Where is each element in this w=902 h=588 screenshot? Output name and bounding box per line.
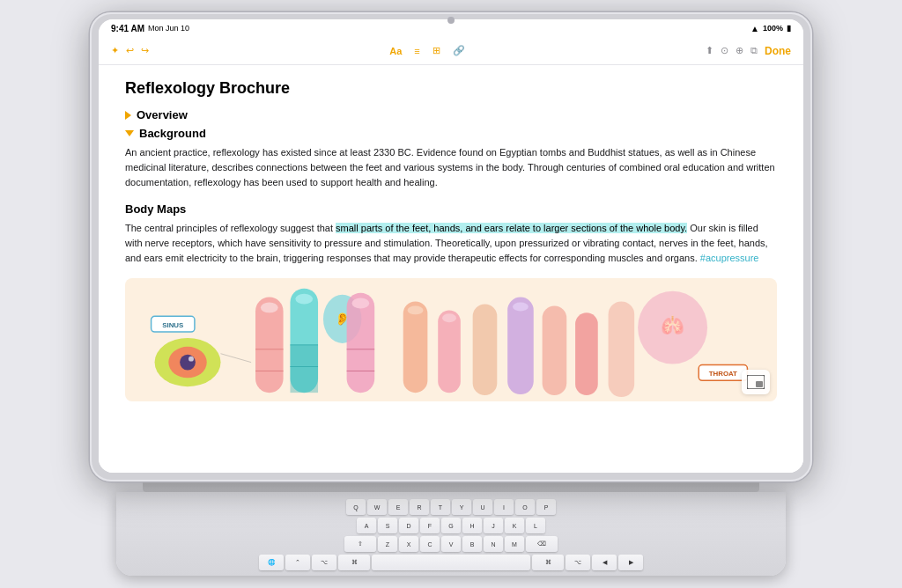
svg-rect-28 [543, 306, 567, 396]
svg-rect-25 [473, 305, 498, 396]
done-button[interactable]: Done [765, 45, 791, 57]
table-icon[interactable]: ⊞ [433, 45, 440, 56]
undo-redo-icon[interactable]: ✦ [111, 45, 119, 56]
section-background-row[interactable]: Background [125, 127, 777, 140]
svg-point-9 [261, 303, 278, 313]
window-icon[interactable]: ⧉ [750, 45, 758, 56]
status-time: 9:41 AM [111, 24, 144, 33]
svg-point-22 [408, 306, 424, 315]
key-cmd-right[interactable]: ⌘ [532, 555, 564, 570]
key-v[interactable]: V [441, 536, 461, 552]
key-shift[interactable]: ⇧ [344, 536, 376, 552]
background-heading: Background [139, 127, 206, 140]
key-z[interactable]: Z [378, 536, 397, 552]
body-maps-text-before: The central principles of reflexology su… [125, 223, 336, 233]
key-t[interactable]: T [431, 499, 450, 515]
attachment-icon[interactable]: 🔗 [453, 45, 465, 56]
key-a[interactable]: A [357, 518, 376, 533]
toolbar-center: Aa ≡ ⊞ 🔗 [389, 45, 464, 56]
svg-point-24 [442, 314, 456, 323]
body-maps-body: The central principles of reflexology su… [125, 221, 777, 266]
svg-point-27 [513, 303, 529, 312]
hand-illustration: SINUS [125, 278, 777, 401]
key-e[interactable]: E [388, 499, 408, 515]
body-maps-heading: Body Maps [125, 202, 777, 216]
key-x[interactable]: X [399, 536, 418, 552]
background-body: An ancient practice, reflexology has exi… [125, 145, 777, 190]
key-l[interactable]: L [526, 518, 545, 533]
svg-text:THROAT: THROAT [709, 371, 737, 379]
key-f[interactable]: F [420, 518, 440, 533]
document-content: Reflexology Brochure Overview Background… [99, 65, 803, 473]
chevron-right-icon [125, 111, 131, 120]
key-m[interactable]: M [505, 536, 524, 552]
key-y[interactable]: Y [452, 499, 471, 515]
chevron-down-icon [125, 130, 134, 136]
key-r[interactable]: R [410, 499, 429, 515]
svg-rect-34 [609, 302, 635, 398]
key-s[interactable]: S [378, 518, 397, 533]
key-option-left[interactable]: ⌥ [312, 555, 336, 570]
toolbar-left: ✦ ↩ ↪ [111, 45, 149, 56]
scene: 9:41 AM Mon Jun 10 ▲ 100% ▮ ✦ ↩ ↪ Aa [46, 12, 856, 576]
key-arrow-right[interactable]: ▶ [618, 555, 643, 570]
key-g[interactable]: G [441, 518, 461, 533]
key-space[interactable] [372, 555, 530, 570]
svg-point-13 [295, 294, 313, 305]
key-d[interactable]: D [399, 518, 418, 533]
svg-rect-14 [290, 345, 318, 393]
svg-rect-29 [575, 313, 598, 396]
battery-text: 100% [763, 24, 783, 33]
toolbar-right: ⬆ ⊙ ⊕ ⧉ Done [706, 45, 791, 57]
svg-point-5 [189, 356, 194, 362]
key-arrow-left[interactable]: ◀ [592, 555, 617, 570]
key-globe[interactable]: 🌐 [259, 555, 284, 570]
keyboard-hinge [143, 481, 759, 492]
undo-icon[interactable]: ↩ [126, 45, 134, 56]
illustration-area: SINUS [125, 278, 777, 401]
pip-button[interactable] [742, 370, 770, 394]
key-ctrl[interactable]: ⌃ [285, 555, 310, 570]
svg-rect-23 [438, 311, 461, 393]
redo-icon[interactable]: ↪ [141, 45, 149, 56]
key-cmd-left[interactable]: ⌘ [338, 555, 370, 570]
svg-line-35 [221, 354, 252, 363]
key-backspace[interactable]: ⌫ [526, 536, 558, 552]
key-n[interactable]: N [484, 536, 503, 552]
keyboard-row-4: 🌐 ⌃ ⌥ ⌘ ⌘ ⌥ ◀ ▶ [134, 555, 768, 570]
keyboard-row-2: A S D F G H J K L [134, 518, 768, 533]
key-j[interactable]: J [484, 518, 503, 533]
svg-text:🫁: 🫁 [661, 313, 685, 337]
key-k[interactable]: K [505, 518, 524, 533]
battery-icon: ▮ [787, 24, 791, 33]
keyboard-section: Q W E R T Y U I O P A S D F G H J K [116, 481, 786, 576]
key-b[interactable]: B [462, 536, 482, 552]
key-p[interactable]: P [536, 499, 556, 515]
svg-rect-37 [756, 381, 763, 387]
key-q[interactable]: Q [346, 499, 366, 515]
key-option-right[interactable]: ⌥ [566, 555, 590, 570]
key-o[interactable]: O [515, 499, 535, 515]
svg-rect-21 [403, 302, 428, 393]
overview-heading: Overview [137, 108, 188, 121]
key-u[interactable]: U [473, 499, 492, 515]
list-icon[interactable]: ≡ [414, 46, 419, 56]
more-icon[interactable]: ⊕ [736, 45, 743, 56]
pip-icon [747, 375, 765, 389]
document-title: Reflexology Brochure [125, 79, 777, 98]
highlighted-text: small parts of the feet, hands, and ears… [336, 223, 687, 233]
status-date: Mon Jun 10 [148, 24, 189, 33]
share-icon[interactable]: ⬆ [706, 45, 713, 56]
ipad-camera [447, 17, 455, 24]
key-w[interactable]: W [367, 499, 387, 515]
font-icon[interactable]: Aa [389, 46, 402, 56]
ipad-frame: 9:41 AM Mon Jun 10 ▲ 100% ▮ ✦ ↩ ↪ Aa [90, 12, 812, 481]
key-c[interactable]: C [420, 536, 440, 552]
section-overview-row[interactable]: Overview [125, 108, 777, 121]
status-right: ▲ 100% ▮ [750, 24, 791, 33]
key-h[interactable]: H [462, 518, 482, 533]
svg-text:SINUS: SINUS [162, 321, 183, 329]
key-i[interactable]: I [494, 499, 514, 515]
hashtag: #acupressure [700, 253, 759, 263]
find-icon[interactable]: ⊙ [721, 45, 728, 56]
